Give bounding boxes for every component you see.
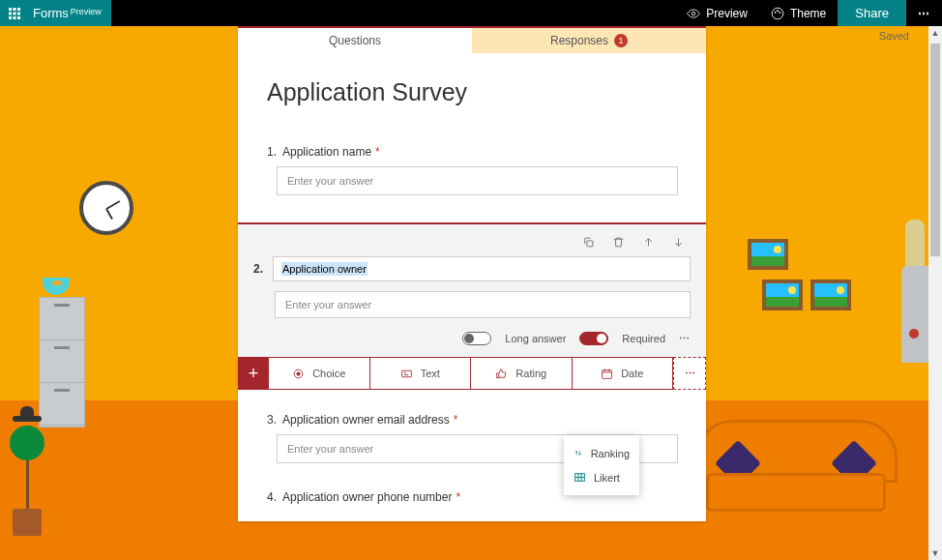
svg-rect-4: [14, 12, 16, 15]
trash-icon[interactable]: [612, 236, 625, 249]
required-marker: *: [454, 413, 458, 427]
water-cooler-decoration: [901, 266, 928, 363]
grid-icon: [574, 471, 586, 484]
ellipsis-icon: ⋯: [685, 368, 695, 380]
wall-clock-decoration: [79, 181, 133, 235]
plant-decoration: [10, 420, 44, 536]
picture-frame-decoration: [810, 280, 851, 310]
question-number: 3.: [267, 413, 277, 427]
add-question-bar: + Choice Text Rating Date: [238, 357, 706, 390]
required-label: Required: [622, 333, 665, 344]
answer-input[interactable]: Enter your answer: [275, 291, 691, 318]
top-bar: Forms Preview Preview Theme Share ⋯: [0, 0, 942, 26]
svg-rect-17: [401, 370, 411, 377]
scroll-down-button[interactable]: ▼: [928, 546, 942, 560]
svg-rect-0: [9, 8, 12, 11]
question-label: Application name: [282, 145, 371, 159]
eye-icon: [687, 7, 700, 20]
type-text-button[interactable]: Text: [370, 357, 472, 390]
type-date-button[interactable]: Date: [573, 357, 674, 390]
svg-rect-14: [587, 241, 593, 247]
scroll-thumb[interactable]: [930, 44, 940, 256]
question-type-menu: Ranking Likert: [564, 435, 639, 495]
palette-icon: [771, 7, 784, 20]
svg-point-13: [780, 12, 780, 13]
menu-item-likert[interactable]: Likert: [564, 465, 639, 489]
svg-point-10: [772, 8, 783, 19]
copy-icon[interactable]: [582, 236, 595, 249]
brand-name: Forms: [33, 6, 69, 20]
question-label: Application owner phone number: [282, 490, 452, 504]
form-tabs: Questions Responses 1: [238, 28, 706, 53]
svg-rect-3: [9, 12, 12, 15]
tab-questions[interactable]: Questions: [238, 28, 472, 53]
question-title-input[interactable]: Application owner: [273, 256, 691, 281]
form-title[interactable]: Application Survey: [267, 78, 677, 106]
text-icon: [400, 368, 413, 380]
type-more-button[interactable]: ⋯: [673, 357, 706, 390]
cabinet-decoration: [39, 297, 85, 427]
add-question-button[interactable]: +: [238, 357, 269, 390]
question-label: Application owner email address: [282, 413, 450, 427]
type-choice-button[interactable]: Choice: [269, 357, 370, 390]
svg-rect-5: [17, 12, 20, 15]
ellipsis-icon: ⋯: [679, 333, 691, 344]
question-1[interactable]: 1. Application name * Enter your answer: [267, 145, 677, 195]
preview-button[interactable]: Preview: [675, 0, 759, 26]
question-more-button[interactable]: ⋯: [679, 333, 691, 345]
menu-item-ranking[interactable]: Ranking: [564, 441, 639, 465]
arrow-up-icon[interactable]: [642, 236, 655, 249]
svg-point-16: [297, 371, 300, 374]
response-count-badge: 1: [614, 34, 628, 47]
question-number: 2.: [253, 262, 263, 276]
required-marker: *: [375, 145, 380, 159]
required-marker: *: [456, 490, 460, 504]
sofa-decoration: [694, 420, 898, 521]
svg-rect-18: [603, 369, 612, 378]
share-button[interactable]: Share: [838, 0, 906, 26]
scroll-up-button[interactable]: ▲: [928, 26, 942, 40]
theme-button[interactable]: Theme: [759, 0, 838, 26]
question-number: 4.: [267, 490, 277, 504]
picture-frame-decoration: [748, 239, 788, 270]
svg-rect-6: [9, 16, 12, 19]
plus-icon: +: [249, 364, 259, 384]
long-answer-toggle[interactable]: [462, 332, 491, 345]
calendar-icon: [601, 368, 613, 380]
arrow-down-icon[interactable]: [672, 236, 685, 249]
svg-rect-2: [17, 8, 20, 11]
background-scene: Saved Questions Responses 1 Application …: [0, 26, 928, 560]
svg-rect-8: [17, 16, 20, 19]
app-launcher-button[interactable]: [0, 0, 29, 26]
question-2-editing: 2. Application owner Enter your answer L…: [238, 222, 706, 357]
required-toggle[interactable]: [579, 332, 608, 345]
save-status: Saved: [879, 30, 909, 42]
radio-icon: [292, 368, 305, 380]
ellipsis-icon: ⋯: [918, 7, 930, 20]
waffle-icon: [9, 8, 20, 19]
long-answer-label: Long answer: [505, 333, 566, 344]
brand-label[interactable]: Forms Preview: [29, 0, 111, 26]
fishbowl-decoration: [43, 278, 70, 295]
svg-point-9: [692, 12, 696, 15]
svg-rect-7: [14, 16, 16, 19]
ranking-icon: [574, 447, 583, 459]
question-number: 1.: [267, 145, 277, 159]
svg-point-11: [775, 12, 776, 13]
svg-point-12: [777, 10, 778, 11]
answer-input[interactable]: Enter your answer: [277, 166, 678, 195]
brand-suffix: Preview: [71, 7, 102, 16]
svg-rect-1: [14, 8, 16, 11]
thumbs-up-icon: [495, 368, 508, 380]
more-button[interactable]: ⋯: [906, 0, 942, 26]
vertical-scrollbar[interactable]: ▲ ▼: [928, 26, 942, 560]
tab-responses[interactable]: Responses 1: [472, 28, 706, 53]
type-rating-button[interactable]: Rating: [471, 357, 573, 390]
picture-frame-decoration: [762, 280, 803, 310]
